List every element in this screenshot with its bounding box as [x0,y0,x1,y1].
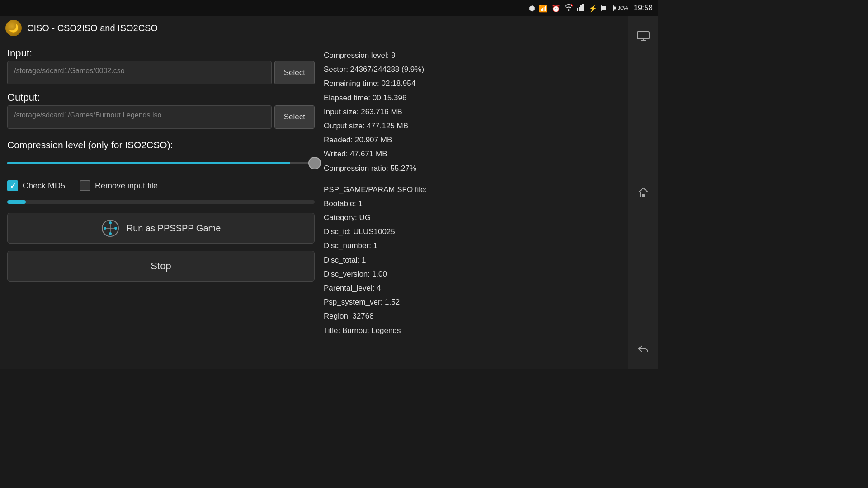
bluetooth-icon: ⬢ [529,4,535,13]
sector-line: Sector: 24367/244288 (9.9%) [324,63,621,75]
battery-indicator: 30% [601,5,628,11]
content: Input: /storage/sdcard1/Games/0002.cso S… [0,40,628,367]
disc-id-line: Disc_id: ULUS10025 [324,225,621,238]
slider-container [7,155,315,171]
output-select-button[interactable]: Select [274,105,315,129]
remove-input-label: Remove input file [95,181,158,191]
category-line: Category: UG [324,211,621,224]
compression-level-line: Compression level: 9 [324,49,621,61]
stop-button[interactable]: Stop [7,251,315,282]
svg-point-7 [109,232,112,235]
remove-input-checkbox[interactable] [80,180,90,191]
output-row: /storage/sdcard1/Games/Burnout Legends.i… [7,105,315,129]
check-md5-item[interactable]: ✓ Check MD5 [7,180,65,191]
svg-rect-3 [580,5,582,11]
left-panel: Input: /storage/sdcard1/Games/0002.cso S… [7,47,315,360]
charging-icon: ⚡ [589,4,598,13]
input-section: Input: /storage/sdcard1/Games/0002.cso S… [7,47,315,88]
app-container: 🌙 CISO - CSO2ISO and ISO2CSO Input: /sto… [0,16,628,369]
writed-line: Writed: 47.671 MB [324,148,621,160]
svg-point-6 [109,221,112,224]
input-label: Input: [7,47,315,59]
app-icon-glyph: 🌙 [9,23,19,33]
remove-input-item[interactable]: Remove input file [80,180,158,191]
nfc-icon: 📶 [539,4,548,13]
info-gap [324,176,621,182]
output-label: Output: [7,92,315,103]
ppsspp-button-label: Run as PPSSPP Game [127,223,221,234]
output-file-display: /storage/sdcard1/Games/Burnout Legends.i… [7,105,272,129]
region-line: Region: 32768 [324,310,621,322]
app-icon: 🌙 [5,20,22,36]
compression-label: Compression level (only for ISO2CSO): [7,140,315,150]
svg-rect-16 [642,194,645,197]
svg-rect-4 [582,4,584,11]
ppsspp-button[interactable]: Run as PPSSPP Game [7,213,315,244]
disc-version-line: Disc_version: 1.00 [324,268,621,280]
back-button[interactable] [632,338,654,360]
check-md5-checkbox[interactable]: ✓ [7,180,18,191]
progress-fill [7,200,26,204]
battery-percent: 30% [617,5,628,11]
title-bar: 🌙 CISO - CSO2ISO and ISO2CSO [0,16,628,40]
ppsspp-icon [101,219,119,237]
monitor-button[interactable] [632,25,654,47]
compression-ratio-line: Compression ratio: 55.27% [324,162,621,174]
right-sidebar [628,16,658,369]
alarm-icon: ⏰ [552,4,561,13]
stop-button-label: Stop [151,260,171,272]
disc-number-line: Disc_number: 1 [324,239,621,252]
checkbox-row: ✓ Check MD5 Remove input file [7,180,315,191]
remaining-time-line: Remaining time: 02:18.954 [324,77,621,89]
signal-icon [577,4,585,13]
svg-rect-1 [577,8,578,11]
slider-thumb[interactable] [308,157,321,169]
input-row: /storage/sdcard1/Games/0002.cso Select [7,61,315,84]
right-panel: Compression level: 9 Sector: 24367/24428… [324,47,621,360]
svg-point-9 [114,227,117,230]
app-title: CISO - CSO2ISO and ISO2CSO [27,23,158,33]
wifi-icon [564,4,573,13]
svg-point-8 [104,227,106,230]
disc-total-line: Disc_total: 1 [324,254,621,266]
svg-rect-2 [579,7,580,11]
slider-fill [7,162,290,164]
parental-level-line: Parental_level: 4 [324,282,621,294]
output-section: Output: /storage/sdcard1/Games/Burnout L… [7,92,315,132]
check-md5-label: Check MD5 [23,181,65,191]
input-select-button[interactable]: Select [274,61,315,84]
title-line: Title: Burnout Legends [324,324,621,337]
check-md5-checkmark: ✓ [10,182,16,190]
slider-track[interactable] [7,162,315,164]
psp-game-line: PSP_GAME/PARAM.SFO file: [324,183,621,196]
input-size-line: Input size: 263.716 MB [324,106,621,118]
output-size-line: Output size: 477.125 MB [324,120,621,132]
status-bar: ⬢ 📶 ⏰ ⚡ 30% 19:58 [0,0,658,16]
elapsed-time-line: Elapsed time: 00:15.396 [324,92,621,104]
input-file-display: /storage/sdcard1/Games/0002.cso [7,61,272,84]
readed-line: Readed: 20.907 MB [324,134,621,146]
psp-system-ver-line: Psp_system_ver: 1.52 [324,296,621,308]
home-button[interactable] [632,182,654,203]
svg-rect-12 [637,32,649,39]
time-display: 19:58 [633,4,653,13]
compression-section: Compression level (only for ISO2CSO): [7,136,315,177]
progress-bar-container [7,200,315,204]
bootable-line: Bootable: 1 [324,197,621,210]
